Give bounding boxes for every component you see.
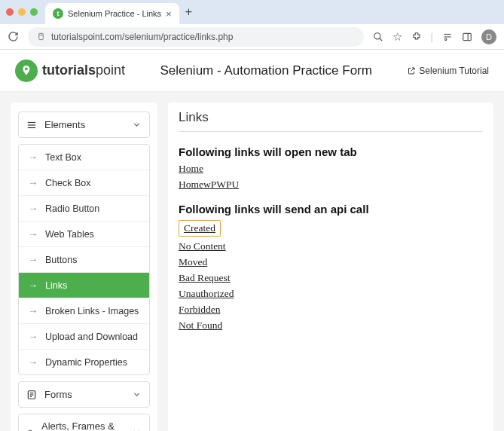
zoom-icon[interactable] xyxy=(373,32,383,42)
sidebar-item-buttons[interactable]: →Buttons xyxy=(19,247,149,273)
arrow-right-icon: → xyxy=(28,356,38,368)
link-not-found[interactable]: Not Found xyxy=(179,319,222,331)
sidebar-item-label: Dynamic Properties xyxy=(45,357,127,368)
link-no-content[interactable]: No Content xyxy=(179,240,226,252)
sidebar-item-label: Buttons xyxy=(45,255,77,265)
url-text: tutorialspoint.com/selenium/practice/lin… xyxy=(51,32,233,42)
extensions-icon[interactable] xyxy=(411,32,422,42)
sidebar-item-upload-and-download[interactable]: →Upload and Download xyxy=(19,324,149,350)
svg-point-2 xyxy=(374,32,380,38)
profile-avatar[interactable]: D xyxy=(481,29,496,44)
link-line: Moved xyxy=(179,256,483,268)
main-panel: Links Following links will open new tab … xyxy=(168,102,493,431)
bookmark-icon[interactable]: ☆ xyxy=(393,30,402,44)
arrow-right-icon: → xyxy=(28,151,38,163)
category-forms[interactable]: Forms xyxy=(18,381,150,408)
external-link-icon xyxy=(407,66,416,75)
main-heading: Links xyxy=(179,110,483,132)
category-alerts[interactable]: Alerts, Frames & Windows xyxy=(18,414,150,431)
arrow-right-icon: → xyxy=(28,203,38,214)
sidebar-item-dynamic-properties[interactable]: →Dynamic Properties xyxy=(19,350,149,374)
svg-point-6 xyxy=(445,38,447,40)
logo-text: tutorialspoint xyxy=(42,63,125,78)
page-title: Selenium - Automation Practice Form xyxy=(125,63,407,78)
browser-toolbar: tutorialspoint.com/selenium/practice/lin… xyxy=(0,24,504,50)
arrow-right-icon: → xyxy=(28,177,38,188)
close-tab-icon[interactable]: × xyxy=(166,8,172,20)
chevron-down-icon xyxy=(132,120,142,130)
sidebar-item-label: Web Tables xyxy=(45,229,94,240)
sidebar-item-links[interactable]: →Links xyxy=(19,273,149,298)
page-header: tutorialspoint Selenium - Automation Pra… xyxy=(0,50,504,92)
arrow-right-icon: → xyxy=(28,228,38,240)
link-bad-request[interactable]: Bad Request xyxy=(179,272,231,283)
logo-mark-icon xyxy=(15,60,38,82)
arrow-right-icon: → xyxy=(28,331,38,342)
link-line: Not Found xyxy=(179,319,483,332)
highlight-box: Created xyxy=(179,220,221,237)
arrow-right-icon: → xyxy=(28,254,38,265)
category-elements[interactable]: Elements xyxy=(18,112,150,138)
sidebar-item-radio-button[interactable]: →Radio Button xyxy=(19,196,149,222)
sidebar-item-check-box[interactable]: →Check Box xyxy=(19,170,149,196)
link-line: HomewPWPU xyxy=(179,179,483,191)
tab-title: Selenium Practice - Links xyxy=(68,9,161,18)
link-unauthorized[interactable]: Unauthorized xyxy=(179,288,234,299)
sidebar: Elements →Text Box→Check Box→Radio Butto… xyxy=(11,102,157,431)
link-homewpwpu[interactable]: HomewPWPU xyxy=(179,179,239,190)
link-line: Created xyxy=(179,220,483,237)
address-bar[interactable]: tutorialspoint.com/selenium/practice/lin… xyxy=(28,27,364,47)
link-forbidden[interactable]: Forbidden xyxy=(179,304,221,315)
forms-icon xyxy=(26,390,37,400)
sidebar-item-label: Broken Links - Images xyxy=(45,306,139,316)
link-home[interactable]: Home xyxy=(179,163,203,174)
browser-tab-strip: t Selenium Practice - Links × + xyxy=(0,0,504,24)
chevron-down-icon xyxy=(132,390,142,399)
chevron-down-icon xyxy=(132,427,142,431)
link-moved[interactable]: Moved xyxy=(179,256,207,267)
category-label: Elements xyxy=(44,119,85,130)
sidebar-item-web-tables[interactable]: →Web Tables xyxy=(19,222,149,247)
link-line: Unauthorized xyxy=(179,288,483,300)
window-controls xyxy=(6,8,38,16)
sidebar-item-label: Links xyxy=(45,280,67,291)
category-label: Forms xyxy=(44,389,72,400)
category-label: Alerts, Frames & Windows xyxy=(41,421,124,431)
new-tab-button[interactable]: + xyxy=(185,5,192,19)
svg-rect-7 xyxy=(463,33,472,40)
section-newtab-heading: Following links will open new tab xyxy=(179,145,483,158)
link-line: No Content xyxy=(179,240,483,252)
sidebar-item-label: Check Box xyxy=(45,178,90,188)
link-line: Bad Request xyxy=(179,272,483,284)
site-info-icon xyxy=(37,32,45,41)
sidebar-item-broken-links-images[interactable]: →Broken Links - Images xyxy=(19,298,149,324)
elements-menu: →Text Box→Check Box→Radio Button→Web Tab… xyxy=(18,144,150,375)
favicon: t xyxy=(53,8,63,19)
selenium-tutorial-link[interactable]: Selenium Tutorial xyxy=(407,66,489,76)
sidebar-item-label: Text Box xyxy=(45,152,81,163)
sidebar-item-label: Upload and Download xyxy=(45,332,138,342)
link-line: Home xyxy=(179,163,483,175)
svg-rect-0 xyxy=(39,33,44,39)
side-panel-icon[interactable] xyxy=(462,32,472,42)
maximize-window-button[interactable] xyxy=(30,8,38,16)
arrow-right-icon: → xyxy=(28,280,38,291)
bell-icon xyxy=(26,427,34,431)
link-created[interactable]: Created xyxy=(184,222,215,234)
link-line: Forbidden xyxy=(179,304,483,316)
reload-icon[interactable] xyxy=(8,31,19,42)
svg-line-3 xyxy=(379,38,382,41)
media-controls-icon[interactable] xyxy=(442,32,453,42)
sidebar-item-text-box[interactable]: →Text Box xyxy=(19,145,149,170)
menu-icon xyxy=(26,120,37,130)
sidebar-item-label: Radio Button xyxy=(45,203,99,214)
close-window-button[interactable] xyxy=(6,8,14,16)
section-api-heading: Following links will send an api call xyxy=(179,203,483,216)
browser-tab[interactable]: t Selenium Practice - Links × xyxy=(45,3,179,24)
arrow-right-icon: → xyxy=(28,305,38,316)
site-logo[interactable]: tutorialspoint xyxy=(15,60,125,82)
content-area: Elements →Text Box→Check Box→Radio Butto… xyxy=(0,92,504,431)
minimize-window-button[interactable] xyxy=(18,8,26,16)
